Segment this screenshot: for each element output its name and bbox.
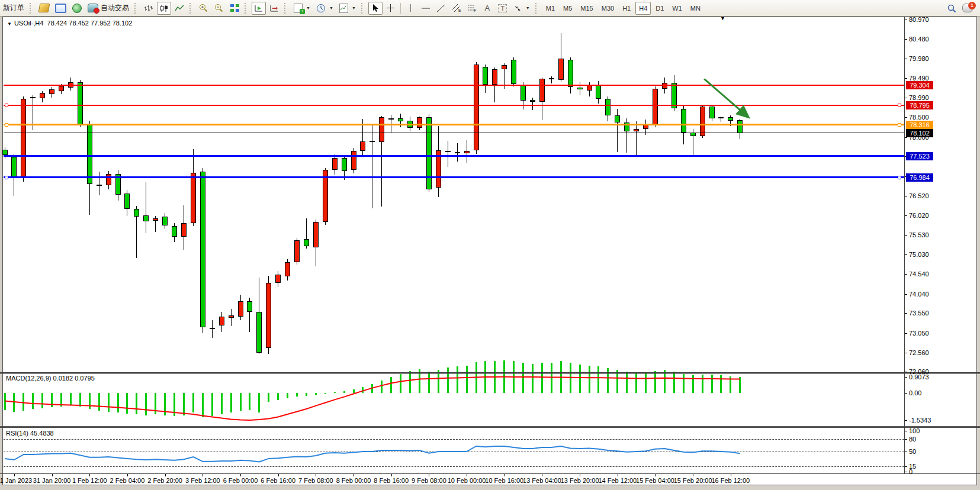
autotrading-button[interactable]: 自动交易 bbox=[85, 2, 131, 15]
macd-histogram-bar bbox=[343, 391, 345, 393]
macd-histogram-bar bbox=[277, 393, 279, 400]
equidistant-channel-icon: E bbox=[452, 4, 461, 12]
bar-chart-button[interactable] bbox=[142, 2, 156, 15]
metaeditor-button[interactable] bbox=[70, 2, 84, 15]
macd-histogram-bar bbox=[192, 393, 194, 412]
tile-windows-button[interactable] bbox=[227, 2, 242, 15]
macd-histogram-bar bbox=[635, 373, 637, 394]
candle-body bbox=[718, 117, 724, 118]
macd-tick-label: 0.9073 bbox=[909, 373, 929, 381]
timeframe-h4-button[interactable]: H4 bbox=[635, 2, 651, 15]
time-tick bbox=[52, 474, 53, 476]
rsi-tick-label: 50 bbox=[909, 448, 916, 455]
candle-body bbox=[558, 59, 564, 79]
auto-scroll-button[interactable] bbox=[252, 2, 266, 15]
toolbar-grip bbox=[189, 3, 194, 14]
window-bottom-edge bbox=[0, 486, 980, 490]
timeframe-m30-button[interactable]: M30 bbox=[598, 2, 618, 15]
hline-handle[interactable] bbox=[5, 104, 8, 107]
channel-tool-button[interactable]: E bbox=[449, 2, 464, 15]
macd-histogram-bar bbox=[589, 366, 590, 394]
new-order-button[interactable]: 新订单 bbox=[1, 2, 27, 15]
price-hline[interactable] bbox=[4, 176, 904, 178]
timeframe-d1-button[interactable]: D1 bbox=[652, 2, 667, 15]
macd-histogram-bar bbox=[371, 384, 373, 393]
candle-body bbox=[502, 65, 507, 69]
label-tool-button[interactable]: T bbox=[496, 2, 510, 15]
timeframe-h1-button[interactable]: H1 bbox=[619, 2, 634, 15]
zoom-in-button[interactable] bbox=[197, 2, 211, 15]
chart-shift-button[interactable] bbox=[267, 2, 281, 15]
macd-histogram-bar bbox=[692, 375, 694, 393]
hline-handle[interactable] bbox=[5, 123, 8, 127]
template-button[interactable]: ▼ bbox=[337, 2, 358, 15]
hline-handle[interactable] bbox=[5, 176, 8, 179]
chart-dropdown-icon[interactable]: ▼ bbox=[7, 21, 12, 27]
pane-separator[interactable] bbox=[0, 427, 980, 428]
mql-icon bbox=[72, 4, 82, 13]
hline-handle[interactable] bbox=[898, 176, 901, 179]
chart-ohlc-values: 78.424 78.452 77.952 78.102 bbox=[47, 20, 133, 27]
pane-separator[interactable] bbox=[0, 426, 980, 427]
candlestick-chart-button[interactable] bbox=[157, 2, 171, 15]
pane-separator[interactable] bbox=[0, 373, 980, 374]
chart-shift-marker[interactable]: ▼ bbox=[720, 15, 725, 21]
terminal-button[interactable] bbox=[53, 2, 69, 15]
macd-histogram-bar bbox=[711, 375, 713, 394]
macd-histogram-bar bbox=[560, 361, 562, 393]
timeframe-m5-button[interactable]: M5 bbox=[560, 2, 576, 15]
timeframe-w1-button[interactable]: W1 bbox=[669, 2, 686, 15]
vertical-line-tool-button[interactable] bbox=[403, 2, 417, 15]
macd-histogram-bar bbox=[4, 393, 6, 410]
price-tick bbox=[905, 117, 907, 118]
timeframe-m1-button[interactable]: M1 bbox=[542, 2, 558, 15]
price-hline[interactable] bbox=[4, 124, 904, 125]
trendline-tool-button[interactable] bbox=[434, 2, 448, 15]
indicators-button[interactable]: + ▼ bbox=[291, 2, 313, 15]
cursor-tool-button[interactable] bbox=[368, 2, 383, 15]
macd-histogram-bar bbox=[484, 361, 486, 393]
pane-separator[interactable] bbox=[0, 372, 980, 373]
hline-handle[interactable] bbox=[898, 104, 901, 107]
price-hline[interactable] bbox=[4, 105, 904, 106]
timeframe-mn-button[interactable]: MN bbox=[687, 2, 704, 15]
time-tick bbox=[354, 474, 354, 476]
time-tick bbox=[467, 474, 467, 476]
toolbar-grip bbox=[245, 3, 249, 14]
search-icon bbox=[947, 4, 956, 13]
time-label: 13 Feb 04:00 bbox=[523, 477, 561, 484]
price-tick-label: 76.020 bbox=[909, 212, 929, 219]
timeframe-m15-button[interactable]: M15 bbox=[577, 2, 596, 15]
macd-histogram-bar bbox=[202, 393, 204, 417]
candle-body bbox=[285, 262, 290, 276]
macd-histogram-bar bbox=[79, 393, 81, 407]
autotrading-label: 自动交易 bbox=[101, 3, 129, 13]
fibonacci-tool-button[interactable]: F bbox=[465, 2, 479, 15]
zoom-in-icon bbox=[199, 4, 208, 12]
candle-body bbox=[351, 151, 356, 170]
macd-histogram-bar bbox=[126, 393, 128, 414]
horizontal-line-tool-button[interactable] bbox=[419, 2, 433, 15]
macd-histogram-bar bbox=[258, 393, 260, 412]
macd-histogram-bar bbox=[597, 366, 599, 393]
macd-histogram-bar bbox=[145, 393, 147, 415]
crosshair-icon bbox=[386, 4, 395, 12]
hline-handle[interactable] bbox=[898, 123, 901, 127]
price-hline[interactable] bbox=[4, 85, 904, 86]
rsi-tick bbox=[905, 472, 907, 472]
text-tool-button[interactable]: A bbox=[480, 2, 494, 15]
periods-button[interactable]: ▼ bbox=[314, 2, 336, 15]
line-chart-button[interactable] bbox=[172, 2, 187, 15]
crosshair-tool-button[interactable] bbox=[384, 2, 398, 15]
price-hline[interactable] bbox=[4, 155, 904, 157]
price-hline[interactable] bbox=[4, 133, 904, 133]
price-tick bbox=[905, 78, 907, 79]
notifications-button[interactable]: 1 bbox=[960, 2, 975, 15]
zoom-out-button[interactable] bbox=[212, 2, 226, 15]
time-label: 10 Feb 16:00 bbox=[485, 477, 523, 484]
arrows-tool-button[interactable]: ▼ bbox=[511, 2, 532, 15]
macd-values: 0.0182 0.0795 bbox=[53, 375, 94, 382]
search-button[interactable] bbox=[944, 2, 959, 15]
candle-body bbox=[11, 157, 17, 178]
market-watch-button[interactable] bbox=[37, 2, 52, 15]
